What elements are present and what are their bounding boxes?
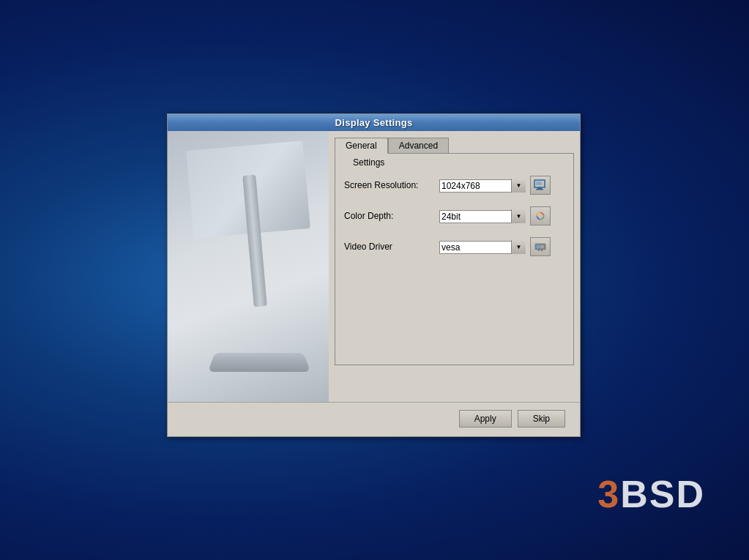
video-driver-label: Video Driver	[344, 242, 439, 252]
color-depth-row: Color Depth: 24bit 8bit 16bit 32bit ▼	[344, 206, 564, 225]
color-depth-label: Color Depth:	[344, 211, 439, 221]
dialog-title: Display Settings	[335, 117, 413, 128]
dialog-footer: Apply Skip	[168, 402, 580, 436]
display-settings-dialog: Display Settings General Advanced	[167, 113, 581, 437]
screen-resolution-icon[interactable]	[530, 176, 551, 195]
screen-resolution-label: Screen Resolution:	[344, 180, 439, 190]
screen-resolution-control: 1024x768 800x600 1280x1024 1600x1200 ▼	[439, 176, 551, 195]
dialog-settings-panel: General Advanced Settings Screen Resolut…	[329, 131, 580, 402]
color-depth-select[interactable]: 24bit 8bit 16bit 32bit	[439, 210, 526, 223]
video-driver-select-wrapper: vesa ati intel nvidia nv ▼	[439, 240, 526, 254]
screen-resolution-select[interactable]: 1024x768 800x600 1280x1024 1600x1200	[439, 179, 526, 193]
color-depth-select-wrapper: 24bit 8bit 16bit 32bit ▼	[439, 209, 526, 223]
tab-general[interactable]: General	[335, 138, 388, 154]
monitor-base-shape	[208, 353, 311, 372]
color-depth-control: 24bit 8bit 16bit 32bit ▼	[439, 206, 551, 225]
screen-resolution-row: Screen Resolution: 1024x768 800x600 1280…	[344, 176, 564, 195]
dialog-image-panel	[168, 131, 329, 402]
video-driver-control: vesa ati intel nvidia nv ▼	[439, 237, 551, 256]
svg-rect-1	[537, 187, 542, 189]
video-driver-select[interactable]: vesa ati intel nvidia nv	[439, 241, 526, 254]
tab-advanced[interactable]: Advanced	[388, 138, 449, 154]
tabs-container: General Advanced	[335, 137, 574, 153]
svg-rect-9	[538, 250, 540, 251]
bsd-logo-text: BSD	[620, 473, 705, 515]
color-depth-icon[interactable]	[530, 206, 551, 225]
svg-rect-6	[537, 245, 540, 248]
settings-legend: Settings	[350, 157, 387, 168]
settings-group: Settings Screen Resolution: 1024x768 800…	[335, 153, 574, 365]
dialog-titlebar: Display Settings	[168, 114, 580, 131]
screen-resolution-select-wrapper: 1024x768 800x600 1280x1024 1600x1200 ▼	[439, 179, 526, 193]
apply-button[interactable]: Apply	[459, 410, 512, 428]
video-driver-icon[interactable]	[530, 237, 551, 256]
svg-rect-10	[541, 250, 543, 251]
svg-rect-2	[536, 189, 543, 190]
skip-button[interactable]: Skip	[518, 410, 565, 428]
video-driver-row: Video Driver vesa ati intel nvidia nv	[344, 237, 564, 256]
svg-rect-3	[536, 182, 542, 185]
dialog-content: General Advanced Settings Screen Resolut…	[168, 131, 580, 436]
dialog-main: General Advanced Settings Screen Resolut…	[168, 131, 580, 402]
bsd-logo: 3BSD	[597, 472, 705, 516]
bsd-logo-number: 3	[597, 473, 620, 515]
